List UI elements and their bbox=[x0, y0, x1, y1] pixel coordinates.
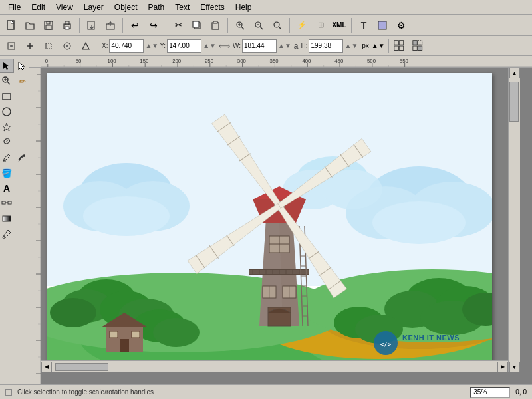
scroll-thumb-h[interactable] bbox=[55, 363, 108, 371]
select-tool[interactable] bbox=[0, 59, 14, 73]
status-indicator bbox=[5, 389, 12, 396]
scrollbar-horizontal[interactable]: ◀ ▶ bbox=[41, 360, 508, 372]
menu-layer[interactable]: Layer bbox=[78, 1, 109, 13]
copy-button[interactable] bbox=[188, 17, 205, 34]
y-coord-group: Y: ▲▼ bbox=[160, 39, 216, 53]
scrollbar-vertical[interactable]: ▲ ▼ bbox=[508, 68, 520, 372]
toolbar2: X: ▲▼ Y: ▲▼ ⟺ W: ▲▼ a H: ▲▼ px ▲▼ bbox=[0, 36, 532, 56]
sep-t2b bbox=[388, 39, 389, 53]
svg-rect-2 bbox=[46, 25, 51, 29]
text-tool[interactable]: A bbox=[0, 181, 14, 196]
statusbar: Click selection to toggle scale/rotation… bbox=[0, 384, 532, 399]
print-button[interactable] bbox=[59, 17, 76, 34]
text-tool-btn[interactable]: T bbox=[355, 17, 372, 34]
snap-btn1[interactable] bbox=[3, 37, 20, 55]
svg-text:0: 0 bbox=[45, 58, 49, 64]
scroll-up-btn[interactable]: ▲ bbox=[509, 68, 520, 78]
tool-row-bucket: 🪣 bbox=[0, 166, 29, 180]
tool-row-text: A bbox=[0, 181, 29, 196]
svg-rect-12 bbox=[193, 21, 199, 27]
menu-view[interactable]: View bbox=[51, 1, 78, 13]
svg-rect-47 bbox=[2, 201, 5, 204]
menu-edit[interactable]: Edit bbox=[26, 1, 51, 13]
node-tool[interactable] bbox=[15, 59, 29, 73]
svg-line-23 bbox=[279, 27, 281, 29]
x-coord-group: X: ▲▼ bbox=[102, 39, 158, 53]
snap-btn3[interactable] bbox=[40, 37, 57, 55]
menu-text[interactable]: Text bbox=[170, 1, 195, 13]
redo-button[interactable]: ↪ bbox=[145, 17, 162, 34]
svg-text:450: 450 bbox=[334, 58, 344, 64]
main-area: ✏ bbox=[0, 56, 532, 384]
tool-row-rect bbox=[0, 89, 29, 104]
xml-button[interactable]: XML bbox=[331, 17, 348, 34]
pencil-tool[interactable] bbox=[0, 150, 14, 165]
svg-text:</>: </> bbox=[380, 341, 392, 348]
snap-nodes-btn[interactable] bbox=[411, 37, 428, 55]
snap-grid-btn[interactable] bbox=[392, 37, 410, 55]
w-field[interactable] bbox=[242, 39, 277, 53]
none3 bbox=[15, 104, 29, 119]
menu-effects[interactable]: Effects bbox=[195, 1, 229, 13]
ruler-horizontal: 0 50 100 150 200 250 300 350 400 bbox=[41, 56, 532, 68]
h-field[interactable] bbox=[309, 39, 343, 53]
snap-btn4[interactable] bbox=[59, 37, 76, 55]
menu-object[interactable]: Object bbox=[109, 1, 143, 13]
connector-tool[interactable] bbox=[0, 196, 14, 211]
x-field[interactable] bbox=[109, 39, 144, 53]
open-button[interactable] bbox=[21, 17, 39, 34]
import-button[interactable] bbox=[83, 17, 100, 34]
windmill-illustration: </> KENH IT NEWS bbox=[47, 73, 492, 372]
svg-rect-33 bbox=[394, 46, 398, 50]
sep-t2 bbox=[98, 39, 98, 53]
scroll-down-btn[interactable]: ▼ bbox=[509, 362, 520, 372]
svg-line-20 bbox=[260, 27, 263, 29]
menu-file[interactable]: File bbox=[3, 1, 26, 13]
new-button[interactable] bbox=[3, 17, 20, 34]
circle-tool[interactable] bbox=[0, 104, 14, 119]
menu-path[interactable]: Path bbox=[143, 1, 170, 13]
tweak-tool[interactable]: ✏ bbox=[15, 74, 29, 88]
svg-rect-89 bbox=[29, 68, 41, 384]
zoom-out-button[interactable] bbox=[250, 17, 267, 34]
snap-btn5[interactable] bbox=[77, 37, 94, 55]
transform-button[interactable]: ⚡ bbox=[293, 17, 311, 34]
canvas-area[interactable]: 0 50 100 150 200 250 300 350 400 bbox=[29, 56, 532, 384]
ruler-vertical bbox=[29, 68, 41, 372]
spiral-tool[interactable] bbox=[0, 135, 14, 150]
scroll-thumb-v[interactable] bbox=[509, 82, 519, 122]
menu-help[interactable]: Help bbox=[230, 1, 257, 13]
none4 bbox=[15, 120, 29, 134]
eyedropper-tool[interactable] bbox=[0, 227, 14, 241]
zoom-field[interactable]: 35% bbox=[470, 387, 510, 398]
canvas-background[interactable]: </> KENH IT NEWS ◀ ▶ bbox=[41, 68, 508, 372]
star-tool[interactable] bbox=[0, 120, 14, 134]
tool-row-gradient bbox=[0, 211, 29, 226]
rect-tool[interactable] bbox=[0, 89, 14, 104]
calligraphy-tool[interactable] bbox=[15, 150, 29, 165]
snap-btn2[interactable] bbox=[21, 37, 39, 55]
y-field[interactable] bbox=[167, 39, 201, 53]
ruler-corner bbox=[29, 56, 41, 68]
paste-button[interactable] bbox=[207, 17, 224, 34]
bucket-tool[interactable]: 🪣 bbox=[0, 166, 14, 180]
tool-row-star bbox=[0, 120, 29, 134]
x-label: X: bbox=[102, 42, 108, 49]
align-button[interactable]: ⊞ bbox=[312, 17, 329, 34]
save-button[interactable] bbox=[40, 17, 57, 34]
zoom-tool[interactable] bbox=[0, 74, 14, 88]
fill-button[interactable] bbox=[374, 17, 391, 34]
export-button[interactable] bbox=[102, 17, 119, 34]
scroll-left-btn[interactable]: ◀ bbox=[41, 362, 52, 372]
prefs-button[interactable]: ⚙ bbox=[392, 17, 410, 34]
cut-button[interactable]: ✂ bbox=[170, 17, 187, 34]
zoom-in-button[interactable] bbox=[231, 17, 249, 34]
h-label: H: bbox=[301, 42, 307, 49]
undo-button[interactable]: ↩ bbox=[126, 17, 144, 34]
zoom-orig-button[interactable] bbox=[269, 17, 286, 34]
svg-rect-149 bbox=[132, 331, 140, 338]
scroll-right-btn[interactable]: ▶ bbox=[497, 362, 508, 372]
gradient-tool[interactable] bbox=[0, 211, 14, 226]
svg-point-44 bbox=[3, 108, 11, 116]
none5 bbox=[15, 135, 29, 150]
